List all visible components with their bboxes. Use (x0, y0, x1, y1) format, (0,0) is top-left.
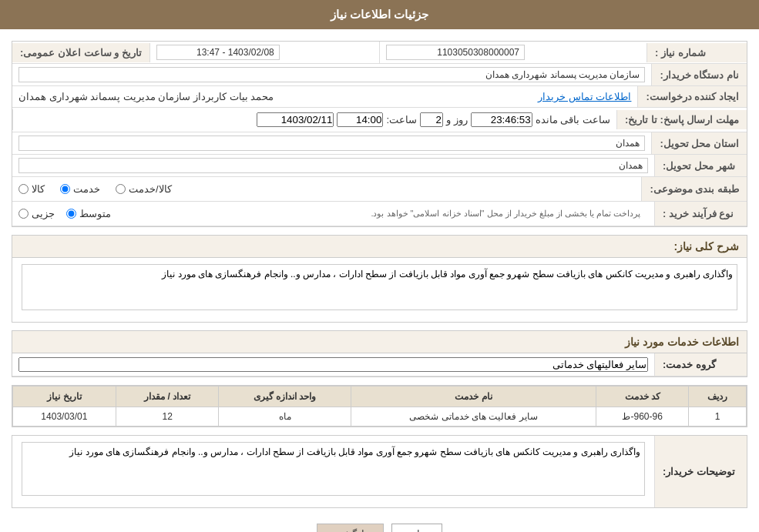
category-service-radio[interactable] (60, 184, 70, 194)
buyer-org-value (12, 64, 651, 85)
buyer-desc-label: توضیحات خریدار: (654, 436, 747, 507)
process-row: نوع فرآیند خرید : پرداخت تمام یا بخشی از… (12, 202, 747, 226)
services-section: گروه خدمت: (12, 353, 747, 377)
city-label: شهر محل تحویل: (654, 155, 747, 176)
buyer-desc-content: واگذاری راهبری و مدیریت کانکس های بازیاف… (12, 436, 654, 507)
time-remaining-input (471, 112, 532, 127)
response-deadline-section: ساعت باقی مانده روز و ساعت: (12, 109, 616, 130)
back-button[interactable]: بازگشت (317, 524, 384, 532)
city-input (18, 158, 648, 173)
province-label: استان محل تحویل: (651, 132, 747, 154)
need-number-label: شماره نیاز : (646, 43, 747, 62)
announce-date-input (156, 45, 280, 60)
buyer-desc-textarea[interactable]: واگذاری راهبری و مدیریت کانکس های بازیاف… (22, 442, 645, 496)
col-header-unit: واحد اندازه گیری (219, 386, 351, 407)
announce-date-label: تاریخ و ساعت اعلان عمومی: (12, 43, 150, 62)
col-header-date: تاریخ نیاز (13, 386, 116, 407)
need-description-box: واگذاری راهبری و مدیریت کانکس های بازیاف… (12, 257, 747, 323)
cell-qty: 12 (116, 407, 219, 427)
col-header-code: کد خدمت (596, 386, 688, 407)
info-section: شماره نیاز : تاریخ و ساعت اعلان عمومی: ن… (12, 41, 747, 227)
contact-info-link[interactable]: اطلاعات تماس خریدار (538, 91, 631, 102)
process-partial-label: جزیی (32, 208, 55, 219)
time-input (337, 112, 383, 127)
process-note: پرداخت تمام یا بخشی از مبلغ خریدار از مح… (123, 209, 648, 219)
services-table: ردیف کد خدمت نام خدمت واحد اندازه گیری ت… (12, 386, 747, 427)
service-group-input (18, 357, 648, 372)
province-value (12, 132, 651, 154)
cell-row-num: 1 (689, 407, 747, 427)
buyer-org-input (18, 67, 645, 82)
cell-date: 1403/03/01 (13, 407, 116, 427)
requester-text: محمد بیات کاربرداز سازمان مدیریت پسماند … (18, 91, 274, 102)
city-value (12, 155, 654, 176)
page-title: جزئیات اطلاعات نیاز (331, 8, 428, 21)
services-table-container: ردیف کد خدمت نام خدمت واحد اندازه گیری ت… (12, 385, 747, 427)
requester-label: ایجاد کننده درخواست: (637, 86, 747, 107)
need-description-textarea[interactable]: واگذاری راهبری و مدیریت کانکس های بازیاف… (22, 264, 737, 310)
category-option-service-goods: کالا/خدمت (116, 183, 172, 195)
col-header-qty: تعداد / مقدار (116, 386, 219, 407)
need-number-section: شماره نیاز : (379, 42, 747, 63)
time-remaining-label: ساعت باقی مانده (536, 114, 610, 125)
col-header-row-num: ردیف (689, 386, 747, 407)
process-medium-radio[interactable] (66, 209, 76, 219)
process-medium-label: متوسط (79, 208, 111, 219)
city-row: شهر محل تحویل: (12, 155, 747, 177)
page-container: جزئیات اطلاعات نیاز شماره نیاز : (0, 0, 759, 532)
requester-row: ایجاد کننده درخواست: اطلاعات تماس خریدار… (12, 86, 747, 108)
table-header-row: ردیف کد خدمت نام خدمت واحد اندازه گیری ت… (13, 386, 747, 407)
buttons-row: چاپ بازگشت (12, 516, 747, 532)
need-description-content: واگذاری راهبری و مدیریت کانکس های بازیاف… (12, 258, 747, 322)
category-option-goods: کالا (18, 183, 45, 195)
category-options: کالا/خدمت خدمت کالا (12, 180, 641, 198)
need-number-announce-row: شماره نیاز : تاریخ و ساعت اعلان عمومی: (12, 42, 747, 64)
cell-unit: ماه (219, 407, 351, 427)
process-partial-radio[interactable] (18, 209, 29, 219)
days-input (420, 112, 443, 127)
need-number-input (386, 45, 525, 60)
need-number-value (380, 42, 646, 63)
category-goods-label: کالا (32, 183, 45, 195)
response-deadline-row: مهلت ارسال پاسخ: تا تاریخ: ساعت باقی مان… (12, 108, 747, 132)
col-header-name: نام خدمت (351, 386, 596, 407)
need-description-title: شرح کلی نیاز: (12, 235, 747, 257)
announce-date-value (150, 42, 379, 63)
province-row: استان محل تحویل: (12, 132, 747, 155)
requester-value: اطلاعات تماس خریدار محمد بیات کاربرداز س… (12, 86, 637, 107)
date-input (257, 112, 334, 127)
process-label: نوع فرآیند خرید : (654, 202, 747, 226)
category-service-goods-radio[interactable] (116, 184, 126, 194)
cell-name: سایر فعالیت های خدماتی شخصی (351, 407, 596, 427)
response-deadline-label: مهلت ارسال پاسخ: تا تاریخ: (616, 110, 747, 129)
announce-date-section: تاریخ و ساعت اعلان عمومی: (12, 42, 379, 63)
page-header: جزئیات اطلاعات نیاز (0, 0, 759, 29)
services-title: اطلاعات خدمات مورد نیاز (12, 330, 747, 353)
process-options: پرداخت تمام یا بخشی از مبلغ خریدار از مح… (12, 205, 654, 223)
service-group-row: گروه خدمت: (12, 353, 747, 376)
buyer-desc-row: توضیحات خریدار: واگذاری راهبری و مدیریت … (12, 436, 747, 507)
province-input (18, 136, 645, 151)
service-group-label: گروه خدمت: (654, 353, 747, 376)
cell-code: 960-96-ط (596, 407, 688, 427)
buyer-desc-section: توضیحات خریدار: واگذاری راهبری و مدیریت … (12, 435, 747, 508)
process-medium: متوسط (66, 208, 111, 219)
category-option-service: خدمت (60, 183, 100, 195)
category-goods-radio[interactable] (18, 184, 29, 194)
main-content: شماره نیاز : تاریخ و ساعت اعلان عمومی: ن… (0, 29, 759, 532)
buyer-org-label: نام دستگاه خریدار: (651, 64, 747, 85)
table-row: 1 960-96-ط سایر فعالیت های خدماتی شخصی م… (13, 407, 747, 427)
category-label: طبقه بندی موضوعی: (641, 177, 747, 201)
service-group-value (12, 353, 654, 376)
category-service-label: خدمت (73, 183, 100, 195)
category-service-goods-label: کالا/خدمت (129, 183, 172, 195)
print-button[interactable]: چاپ (391, 524, 442, 532)
process-partial: جزیی (18, 208, 55, 219)
category-row: طبقه بندی موضوعی: کالا/خدمت خدمت کالا (12, 177, 747, 202)
time-label: ساعت: (386, 114, 417, 125)
days-label: روز و (446, 114, 468, 125)
buyer-org-row: نام دستگاه خریدار: (12, 64, 747, 86)
